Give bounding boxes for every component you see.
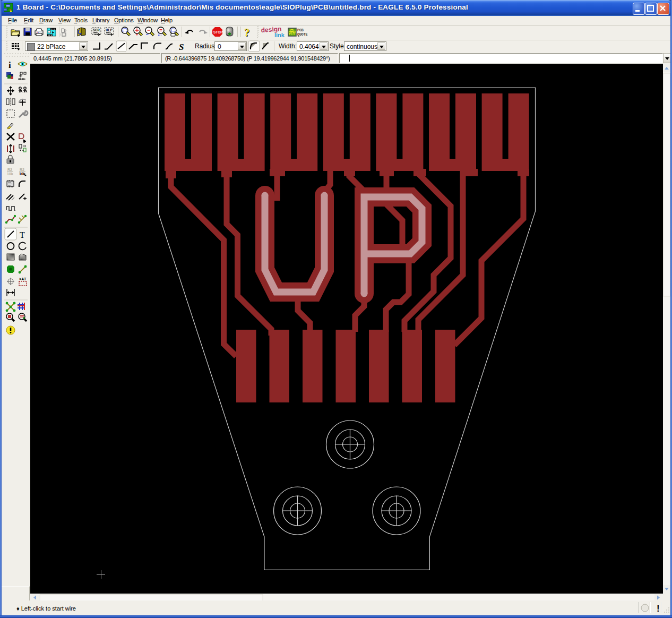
svg-text:S: S bbox=[179, 42, 184, 52]
svg-text:T: T bbox=[20, 230, 25, 239]
svg-text:ULP: ULP bbox=[106, 28, 113, 32]
svg-text:10k: 10k bbox=[7, 172, 13, 176]
svg-text:!: ! bbox=[657, 604, 660, 613]
svg-text:>AT: >AT bbox=[19, 277, 27, 281]
svg-text:R2: R2 bbox=[20, 168, 24, 171]
svg-text:link: link bbox=[274, 32, 285, 38]
svg-text:?: ? bbox=[244, 27, 249, 38]
svg-text:10k: 10k bbox=[19, 172, 25, 176]
svg-text:R2: R2 bbox=[7, 168, 12, 171]
svg-text:QUOTE: QUOTE bbox=[297, 33, 308, 37]
svg-text:PCB: PCB bbox=[297, 29, 304, 32]
svg-text:SCR: SCR bbox=[93, 28, 100, 32]
svg-text:i: i bbox=[8, 60, 11, 70]
svg-text:STOP: STOP bbox=[213, 30, 223, 34]
